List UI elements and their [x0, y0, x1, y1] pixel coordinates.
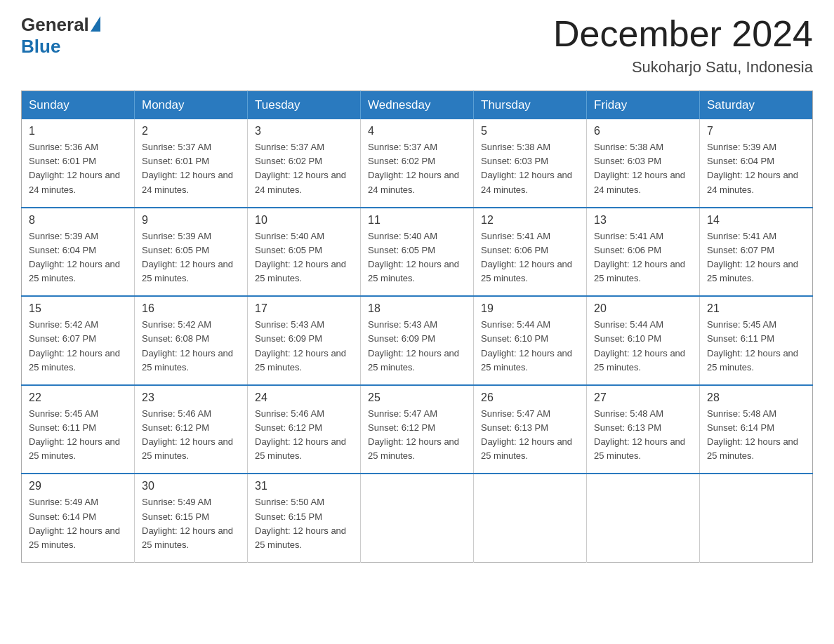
- day-info: Sunrise: 5:49 AMSunset: 6:15 PMDaylight:…: [142, 497, 233, 549]
- day-number: 19: [481, 302, 579, 315]
- header-row: Sunday Monday Tuesday Wednesday Thursday…: [22, 91, 813, 120]
- day-info: Sunrise: 5:48 AMSunset: 6:13 PMDaylight:…: [594, 408, 685, 461]
- calendar-cell: 5 Sunrise: 5:38 AMSunset: 6:03 PMDayligh…: [474, 119, 587, 208]
- day-info: Sunrise: 5:49 AMSunset: 6:14 PMDaylight:…: [29, 497, 120, 549]
- day-number: 8: [29, 214, 127, 227]
- calendar-cell: 3 Sunrise: 5:37 AMSunset: 6:02 PMDayligh…: [248, 119, 361, 208]
- header-thursday: Thursday: [474, 91, 587, 120]
- calendar-cell: 18 Sunrise: 5:43 AMSunset: 6:09 PMDaylig…: [361, 296, 474, 385]
- page-header: General Blue December 2024 Sukoharjo Sat…: [21, 14, 813, 76]
- calendar-cell: 13 Sunrise: 5:41 AMSunset: 6:06 PMDaylig…: [587, 208, 700, 297]
- header-tuesday: Tuesday: [248, 91, 361, 120]
- calendar-table: Sunday Monday Tuesday Wednesday Thursday…: [21, 90, 813, 563]
- calendar-cell: 14 Sunrise: 5:41 AMSunset: 6:07 PMDaylig…: [700, 208, 813, 297]
- header-monday: Monday: [135, 91, 248, 120]
- day-info: Sunrise: 5:38 AMSunset: 6:03 PMDaylight:…: [594, 142, 685, 194]
- day-number: 2: [142, 125, 240, 137]
- day-number: 28: [707, 391, 805, 404]
- calendar-cell: 19 Sunrise: 5:44 AMSunset: 6:10 PMDaylig…: [474, 296, 587, 385]
- day-number: 22: [29, 391, 127, 404]
- calendar-cell: 26 Sunrise: 5:47 AMSunset: 6:13 PMDaylig…: [474, 385, 587, 474]
- calendar-cell: 30 Sunrise: 5:49 AMSunset: 6:15 PMDaylig…: [135, 474, 248, 562]
- day-info: Sunrise: 5:45 AMSunset: 6:11 PMDaylight:…: [707, 319, 798, 372]
- day-number: 14: [707, 214, 805, 227]
- day-info: Sunrise: 5:40 AMSunset: 6:05 PMDaylight:…: [255, 231, 346, 283]
- header-saturday: Saturday: [700, 91, 813, 120]
- header-sunday: Sunday: [22, 91, 135, 120]
- calendar-cell: 28 Sunrise: 5:48 AMSunset: 6:14 PMDaylig…: [700, 385, 813, 474]
- calendar-cell: 10 Sunrise: 5:40 AMSunset: 6:05 PMDaylig…: [248, 208, 361, 297]
- calendar-cell: 8 Sunrise: 5:39 AMSunset: 6:04 PMDayligh…: [22, 208, 135, 297]
- day-number: 20: [594, 302, 692, 315]
- day-number: 21: [707, 302, 805, 315]
- logo-triangle-icon: [91, 16, 100, 32]
- day-info: Sunrise: 5:46 AMSunset: 6:12 PMDaylight:…: [142, 408, 233, 461]
- title-section: December 2024 Sukoharjo Satu, Indonesia: [553, 14, 813, 76]
- day-info: Sunrise: 5:37 AMSunset: 6:02 PMDaylight:…: [368, 142, 459, 194]
- day-info: Sunrise: 5:38 AMSunset: 6:03 PMDaylight:…: [481, 142, 572, 194]
- calendar-cell: 27 Sunrise: 5:48 AMSunset: 6:13 PMDaylig…: [587, 385, 700, 474]
- day-number: 17: [255, 302, 353, 315]
- day-number: 29: [29, 480, 127, 492]
- calendar-header: Sunday Monday Tuesday Wednesday Thursday…: [22, 91, 813, 120]
- calendar-cell: 21 Sunrise: 5:45 AMSunset: 6:11 PMDaylig…: [700, 296, 813, 385]
- calendar-cell: 25 Sunrise: 5:47 AMSunset: 6:12 PMDaylig…: [361, 385, 474, 474]
- day-info: Sunrise: 5:39 AMSunset: 6:04 PMDaylight:…: [29, 231, 120, 283]
- calendar-body: 1 Sunrise: 5:36 AMSunset: 6:01 PMDayligh…: [22, 119, 813, 562]
- day-number: 9: [142, 214, 240, 227]
- calendar-cell: [474, 474, 587, 562]
- day-number: 16: [142, 302, 240, 315]
- day-info: Sunrise: 5:50 AMSunset: 6:15 PMDaylight:…: [255, 497, 346, 549]
- day-number: 11: [368, 214, 466, 227]
- calendar-cell: 24 Sunrise: 5:46 AMSunset: 6:12 PMDaylig…: [248, 385, 361, 474]
- day-number: 25: [368, 391, 466, 404]
- day-number: 6: [594, 125, 692, 137]
- day-info: Sunrise: 5:44 AMSunset: 6:10 PMDaylight:…: [481, 319, 572, 372]
- day-number: 15: [29, 302, 127, 315]
- day-number: 18: [368, 302, 466, 315]
- month-title: December 2024: [553, 14, 813, 54]
- calendar-cell: 17 Sunrise: 5:43 AMSunset: 6:09 PMDaylig…: [248, 296, 361, 385]
- day-info: Sunrise: 5:45 AMSunset: 6:11 PMDaylight:…: [29, 408, 120, 461]
- calendar-week-2: 8 Sunrise: 5:39 AMSunset: 6:04 PMDayligh…: [22, 208, 813, 297]
- day-info: Sunrise: 5:41 AMSunset: 6:06 PMDaylight:…: [481, 231, 572, 283]
- header-friday: Friday: [587, 91, 700, 120]
- location-subtitle: Sukoharjo Satu, Indonesia: [553, 58, 813, 76]
- day-info: Sunrise: 5:48 AMSunset: 6:14 PMDaylight:…: [707, 408, 798, 461]
- day-info: Sunrise: 5:46 AMSunset: 6:12 PMDaylight:…: [255, 408, 346, 461]
- calendar-cell: 22 Sunrise: 5:45 AMSunset: 6:11 PMDaylig…: [22, 385, 135, 474]
- calendar-cell: 16 Sunrise: 5:42 AMSunset: 6:08 PMDaylig…: [135, 296, 248, 385]
- day-info: Sunrise: 5:39 AMSunset: 6:04 PMDaylight:…: [707, 142, 798, 194]
- calendar-cell: 31 Sunrise: 5:50 AMSunset: 6:15 PMDaylig…: [248, 474, 361, 562]
- calendar-cell: 29 Sunrise: 5:49 AMSunset: 6:14 PMDaylig…: [22, 474, 135, 562]
- day-info: Sunrise: 5:41 AMSunset: 6:07 PMDaylight:…: [707, 231, 798, 283]
- calendar-cell: [587, 474, 700, 562]
- day-info: Sunrise: 5:39 AMSunset: 6:05 PMDaylight:…: [142, 231, 233, 283]
- day-number: 10: [255, 214, 353, 227]
- day-info: Sunrise: 5:47 AMSunset: 6:13 PMDaylight:…: [481, 408, 572, 461]
- day-info: Sunrise: 5:41 AMSunset: 6:06 PMDaylight:…: [594, 231, 685, 283]
- calendar-cell: 1 Sunrise: 5:36 AMSunset: 6:01 PMDayligh…: [22, 119, 135, 208]
- day-number: 4: [368, 125, 466, 137]
- logo-top-row: General: [21, 14, 100, 36]
- calendar-cell: [700, 474, 813, 562]
- day-number: 24: [255, 391, 353, 404]
- day-info: Sunrise: 5:40 AMSunset: 6:05 PMDaylight:…: [368, 231, 459, 283]
- calendar-cell: 6 Sunrise: 5:38 AMSunset: 6:03 PMDayligh…: [587, 119, 700, 208]
- day-number: 5: [481, 125, 579, 137]
- day-number: 31: [255, 480, 353, 492]
- calendar-week-5: 29 Sunrise: 5:49 AMSunset: 6:14 PMDaylig…: [22, 474, 813, 562]
- day-info: Sunrise: 5:37 AMSunset: 6:01 PMDaylight:…: [142, 142, 233, 194]
- day-info: Sunrise: 5:36 AMSunset: 6:01 PMDaylight:…: [29, 142, 120, 194]
- logo-blue: Blue: [21, 36, 60, 58]
- calendar-cell: 2 Sunrise: 5:37 AMSunset: 6:01 PMDayligh…: [135, 119, 248, 208]
- day-info: Sunrise: 5:42 AMSunset: 6:07 PMDaylight:…: [29, 319, 120, 372]
- day-number: 27: [594, 391, 692, 404]
- calendar-cell: [361, 474, 474, 562]
- day-number: 26: [481, 391, 579, 404]
- calendar-cell: 20 Sunrise: 5:44 AMSunset: 6:10 PMDaylig…: [587, 296, 700, 385]
- calendar-week-3: 15 Sunrise: 5:42 AMSunset: 6:07 PMDaylig…: [22, 296, 813, 385]
- day-number: 1: [29, 125, 127, 137]
- day-info: Sunrise: 5:43 AMSunset: 6:09 PMDaylight:…: [368, 319, 459, 372]
- day-info: Sunrise: 5:43 AMSunset: 6:09 PMDaylight:…: [255, 319, 346, 372]
